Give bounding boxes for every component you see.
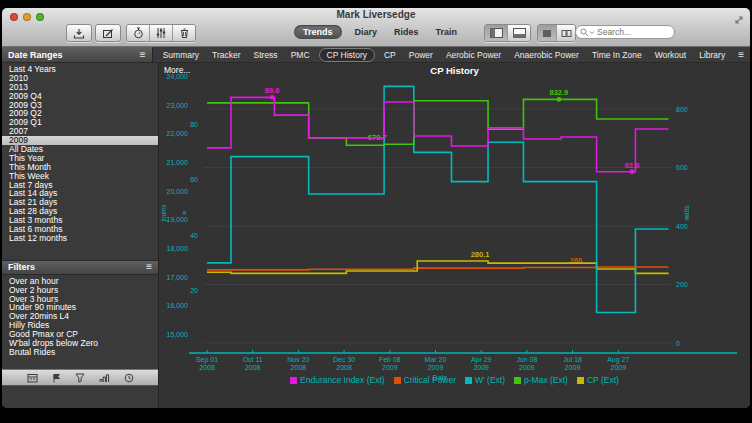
search-input[interactable]	[595, 26, 669, 38]
toggle-sidebar-button[interactable]	[485, 25, 508, 41]
filter-item[interactable]: Hilly Rides	[2, 321, 158, 330]
chart-icon[interactable]	[99, 373, 110, 383]
svg-text:20,000: 20,000	[167, 188, 189, 195]
svg-text:Dec 302008: Dec 302008	[333, 356, 355, 371]
svg-text:22,000: 22,000	[167, 130, 189, 137]
minimize-button[interactable]	[23, 13, 31, 21]
filter-item[interactable]: Brutal Rides	[2, 348, 158, 357]
date-range-item[interactable]: Last 3 months	[2, 216, 158, 225]
date-range-item[interactable]: Last 6 months	[2, 225, 158, 234]
scope-tabs: TrendsDiaryRidesTrain	[294, 25, 461, 39]
filter-item[interactable]: W'bal drops below Zero	[2, 339, 158, 348]
filter-item[interactable]: Good Pmax or CP	[2, 330, 158, 339]
import-button[interactable]	[66, 24, 92, 42]
tab-cp-history[interactable]: CP History	[319, 48, 375, 62]
tab-workout[interactable]: Workout	[655, 50, 687, 60]
tools-button[interactable]	[150, 25, 173, 41]
scope-tab-train[interactable]: Train	[432, 25, 462, 39]
date-range-item[interactable]: Last 28 days	[2, 207, 158, 216]
scope-tab-trends[interactable]: Trends	[294, 25, 342, 39]
sidebar-footer	[2, 369, 158, 386]
tiled-panes-icon	[561, 29, 572, 38]
date-range-item[interactable]: Last 14 days	[2, 189, 158, 198]
date-range-item[interactable]: 2009 Q1	[2, 118, 158, 127]
date-range-item[interactable]: 2009 Q4	[2, 92, 158, 101]
legend-label: Endurance Index (Ext)	[300, 375, 385, 385]
layout-toggle-group	[537, 24, 576, 42]
svg-text:Sep 012008: Sep 012008	[196, 356, 218, 371]
trash-icon	[179, 27, 190, 39]
date-range-item[interactable]: This Week	[2, 172, 158, 181]
filter-item[interactable]: Over an hour	[2, 277, 158, 286]
filters-title: Filters	[8, 262, 35, 272]
sliders-icon	[155, 27, 167, 39]
bookmark-icon[interactable]	[52, 373, 61, 383]
date-range-item[interactable]: Last 12 months	[2, 234, 158, 243]
filter-item[interactable]: Over 20mins L4	[2, 312, 158, 321]
date-range-item[interactable]: This Year	[2, 154, 158, 163]
date-range-item[interactable]: All Dates	[2, 145, 158, 154]
tab-time-in-zone[interactable]: Time In Zone	[592, 50, 642, 60]
tab-cp[interactable]: CP	[384, 50, 396, 60]
bottom-pane-icon	[513, 28, 526, 38]
scope-tab-diary[interactable]: Diary	[351, 25, 382, 39]
compose-button[interactable]	[95, 24, 121, 42]
tab-anaerobic-power[interactable]: Anaerobic Power	[514, 50, 579, 60]
legend-item: CP (Ext)	[577, 375, 619, 385]
close-button[interactable]	[10, 13, 18, 21]
tab-stress[interactable]: Stress	[254, 50, 278, 60]
filter-item[interactable]: Under 90 minutes	[2, 303, 158, 312]
legend-swatch	[290, 377, 297, 384]
date-range-item[interactable]: This Month	[2, 163, 158, 172]
svg-text:19,000: 19,000	[167, 216, 189, 223]
svg-text:80: 80	[190, 121, 198, 128]
toggle-bottombar-button[interactable]	[508, 25, 530, 41]
svg-text:Nov 202008: Nov 202008	[287, 356, 309, 371]
tabbar-menu-icon[interactable]: ≡	[738, 50, 750, 60]
view-tiled-button[interactable]	[557, 25, 575, 41]
zoom-button[interactable]	[36, 13, 44, 21]
filter-item[interactable]: Over 2 hours	[2, 286, 158, 295]
timer-button[interactable]	[127, 25, 150, 41]
scope-tab-rides[interactable]: Rides	[390, 25, 423, 39]
date-range-item[interactable]: 2009 Q2	[2, 109, 158, 118]
svg-text:20: 20	[190, 287, 198, 294]
clock-icon[interactable]	[124, 373, 134, 383]
tab-library[interactable]: Library	[699, 50, 725, 60]
tab-tracker[interactable]: Tracker	[212, 50, 241, 60]
legend-swatch	[577, 377, 584, 384]
view-single-button[interactable]	[538, 25, 557, 41]
filter-item[interactable]: Over 3 hours	[2, 295, 158, 304]
legend-item: Critical Power	[394, 375, 456, 385]
activity-tool-group	[126, 24, 196, 42]
date-range-item[interactable]: 2010	[2, 74, 158, 83]
date-range-item[interactable]: 2007	[2, 127, 158, 136]
date-range-item[interactable]: Last 4 Years	[2, 65, 158, 74]
svg-text:≡: ≡	[181, 211, 188, 215]
tab-pmc[interactable]: PMC	[291, 50, 310, 60]
legend-swatch	[394, 377, 401, 384]
date-range-item[interactable]: Last 21 days	[2, 198, 158, 207]
cp-history-plot[interactable]: Sep 012008Oct 112008Nov 202008Dec 302008…	[159, 63, 750, 408]
date-range-item[interactable]: Last 7 days	[2, 181, 158, 190]
search-field[interactable]	[575, 25, 675, 39]
tab-power[interactable]: Power	[409, 50, 433, 60]
calendar-icon[interactable]	[27, 373, 38, 383]
delete-button[interactable]	[173, 25, 195, 41]
date-range-item[interactable]: 2013	[2, 83, 158, 92]
chart-legend: Endurance Index (Ext)Critical PowerW' (E…	[159, 375, 750, 385]
svg-text:89.6: 89.6	[265, 86, 280, 95]
filter-icon[interactable]	[75, 373, 85, 383]
date-range-item[interactable]: 2009 Q3	[2, 101, 158, 110]
tab-aerobic-power[interactable]: Aerobic Power	[446, 50, 501, 60]
filters-menu-icon[interactable]: ≡	[146, 262, 152, 272]
sidebar: Last 4 Years201020132009 Q42009 Q32009 Q…	[2, 63, 159, 408]
svg-text:joules: joules	[160, 204, 168, 223]
tab-summary[interactable]: Summary	[163, 50, 199, 60]
toolbar: TrendsDiaryRidesTrain	[2, 21, 750, 45]
filters-header: Filters ≡	[2, 260, 158, 275]
legend-label: CP (Ext)	[587, 375, 619, 385]
svg-text:17,000: 17,000	[167, 274, 189, 281]
date-range-item[interactable]: 2009	[2, 136, 158, 145]
date-ranges-menu-icon[interactable]: ≡	[140, 50, 146, 60]
